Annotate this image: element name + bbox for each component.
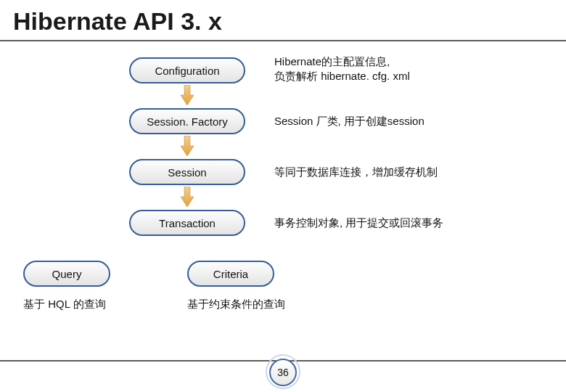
desc-configuration: Hibernate的主配置信息, 负责解析 hibernate. cfg. xm… [274,54,410,84]
arrow-1 [181,85,194,105]
box-criteria: Criteria [187,261,274,287]
desc-session: 等同于数据库连接，增加缓存机制 [274,165,438,179]
desc-criteria: 基于约束条件的查询 [187,297,285,311]
diagram-area: Configuration Hibernate的主配置信息, 负责解析 hibe… [0,41,566,346]
box-configuration: Configuration [129,57,245,83]
page-number-badge: 36 [269,359,297,386]
page-title: Hibernate API 3. x [0,0,566,40]
desc-configuration-l2: 负责解析 hibernate. cfg. xml [274,70,410,82]
desc-query: 基于 HQL 的查询 [23,297,106,311]
desc-session-factory: Session 厂类, 用于创建session [274,114,424,128]
desc-transaction: 事务控制对象, 用于提交或回滚事务 [274,216,443,230]
arrow-3 [181,187,194,207]
box-query: Query [23,261,110,287]
box-session: Session [129,159,245,185]
desc-configuration-l1: Hibernate的主配置信息, [274,55,390,68]
arrow-2 [181,136,194,156]
box-session-factory: Session. Factory [129,108,245,134]
box-transaction: Transaction [129,210,245,236]
